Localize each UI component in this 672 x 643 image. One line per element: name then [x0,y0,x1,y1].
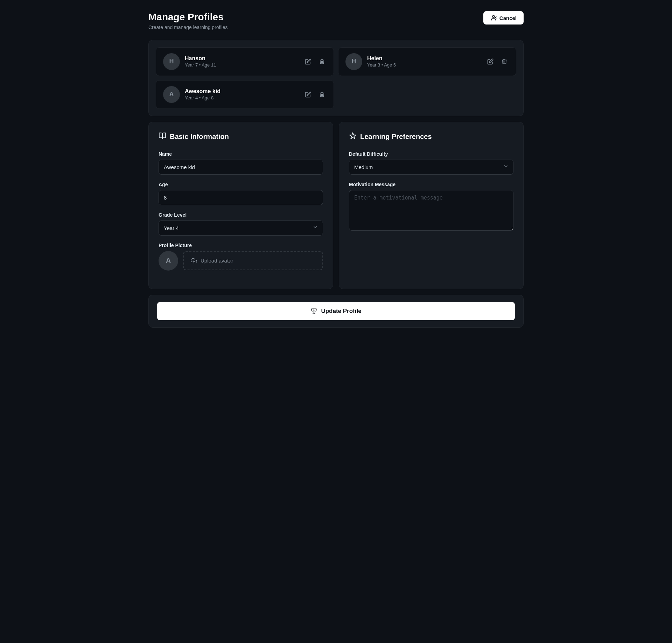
profile-card-helen: H Helen Year 3 • Age 6 [338,47,516,76]
update-label: Update Profile [321,308,361,315]
profile-picture-group: Profile Picture A Upload avatar [159,243,323,271]
profile-card-hanson: H Hanson Year 7 • Age 11 [156,47,334,76]
upload-area[interactable]: Upload avatar [183,251,323,270]
edit-hanson-button[interactable] [303,57,313,66]
delete-hanson-button[interactable] [317,57,327,66]
edit-section: Basic Information Name Age Grade Level Y… [148,122,524,289]
difficulty-select[interactable]: Easy Medium Hard [349,160,513,175]
grade-group: Grade Level Year 1 Year 2 Year 3 Year 4 … [159,212,323,236]
edit-awesome-button[interactable] [303,90,313,99]
delete-awesome-button[interactable] [317,90,327,99]
profiles-section: H Hanson Year 7 • Age 11 [148,40,524,116]
upload-label: Upload avatar [201,258,233,264]
difficulty-select-wrapper: Easy Medium Hard [349,160,513,175]
trophy-icon [310,308,317,315]
trash-icon [501,58,507,65]
upload-icon [191,258,197,264]
name-input[interactable] [159,160,323,175]
edit-helen-button[interactable] [486,57,495,66]
basic-info-panel: Basic Information Name Age Grade Level Y… [148,122,333,289]
page-title: Manage Profiles [148,11,227,23]
profile-actions-awesome [303,90,327,99]
profiles-grid: H Hanson Year 7 • Age 11 [156,47,516,109]
profile-picture-label: Profile Picture [159,243,323,248]
page-subtitle: Create and manage learning profiles [148,25,227,30]
profile-meta-hanson: Year 7 • Age 11 [185,62,299,68]
grade-select-wrapper: Year 1 Year 2 Year 3 Year 4 Year 5 Year … [159,221,323,236]
motivation-label: Motivation Message [349,182,513,187]
cancel-button[interactable]: Cancel [483,11,524,25]
profile-meta-helen: Year 3 • Age 6 [367,62,481,68]
profile-name-awesome: Awesome kid [185,88,299,95]
difficulty-label: Default Difficulty [349,151,513,157]
learning-prefs-title: Learning Preferences [349,132,513,141]
delete-helen-button[interactable] [500,57,509,66]
profile-meta-awesome: Year 4 • Age 8 [185,95,299,100]
profile-info-hanson: Hanson Year 7 • Age 11 [185,55,299,68]
trash-icon [319,91,325,98]
grade-label: Grade Level [159,212,323,218]
edit-icon [305,58,311,65]
footer-bar: Update Profile [148,295,524,328]
name-label: Name [159,151,323,157]
age-label: Age [159,182,323,187]
profile-info-awesome: Awesome kid Year 4 • Age 8 [185,88,299,100]
sparkle-icon [349,132,357,141]
profile-name-helen: Helen [367,55,481,62]
profile-picture-row: A Upload avatar [159,251,323,271]
profile-card-awesome: A Awesome kid Year 4 • Age 8 [156,80,334,109]
avatar-helen: H [345,53,362,70]
profile-name-hanson: Hanson [185,55,299,62]
edit-icon [305,91,311,98]
update-profile-button[interactable]: Update Profile [157,302,515,320]
avatar-initial: A [166,257,171,265]
profile-actions-hanson [303,57,327,66]
motivation-textarea[interactable] [349,190,513,231]
user-icon [490,15,497,21]
motivation-group: Motivation Message [349,182,513,232]
basic-info-label: Basic Information [170,133,229,141]
avatar-hanson: H [163,53,180,70]
avatar-preview: A [159,251,178,271]
header-text: Manage Profiles Create and manage learni… [148,11,227,30]
profile-actions-helen [486,57,509,66]
page-header: Manage Profiles Create and manage learni… [148,11,524,30]
cancel-label: Cancel [499,15,517,21]
difficulty-group: Default Difficulty Easy Medium Hard [349,151,513,175]
learning-prefs-panel: Learning Preferences Default Difficulty … [339,122,524,289]
profile-info-helen: Helen Year 3 • Age 6 [367,55,481,68]
avatar-awesome: A [163,86,180,103]
age-group: Age [159,182,323,205]
edit-icon [487,58,493,65]
grade-select[interactable]: Year 1 Year 2 Year 3 Year 4 Year 5 Year … [159,221,323,236]
age-input[interactable] [159,190,323,205]
learning-prefs-label: Learning Preferences [360,133,432,141]
trash-icon [319,58,325,65]
name-group: Name [159,151,323,175]
svg-point-0 [492,15,495,18]
basic-info-title: Basic Information [159,132,323,141]
book-icon [159,132,166,141]
